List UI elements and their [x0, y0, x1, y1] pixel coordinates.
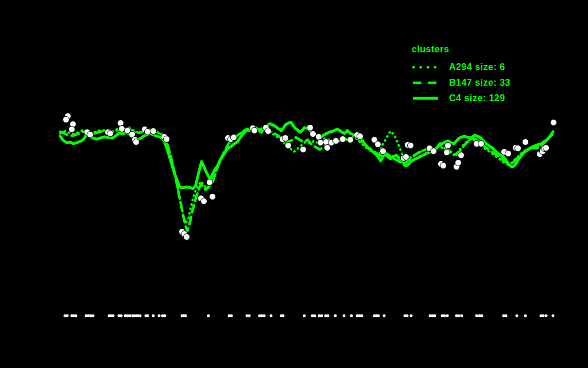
legend-item-a294: A294 size: 6: [412, 59, 510, 75]
observation-point: [445, 143, 451, 149]
observation-point: [347, 137, 354, 143]
observation-point: [380, 148, 386, 155]
observation-point: [283, 135, 289, 141]
rug-tick: [164, 315, 167, 317]
observation-point: [107, 131, 114, 137]
rug-tick: [542, 315, 545, 317]
observation-point: [119, 126, 125, 132]
rug-tick: [282, 315, 285, 317]
rug-tick: [475, 315, 478, 317]
rug-tick: [320, 315, 323, 317]
rug-tick: [248, 315, 251, 317]
observation-point: [458, 152, 465, 159]
observation-point: [440, 163, 447, 169]
observation-point: [431, 148, 437, 155]
observation-point: [403, 154, 409, 160]
rug-tick: [75, 315, 78, 317]
rug-tick: [461, 315, 463, 317]
observation-point: [210, 194, 216, 200]
observation-point: [300, 147, 307, 153]
rug-tick: [120, 315, 123, 317]
observation-point: [252, 128, 258, 134]
observation-point: [478, 141, 485, 147]
legend-item-b147: B147 size: 33: [412, 75, 510, 90]
observation-point: [118, 120, 124, 126]
observation-point: [523, 139, 529, 145]
rug-tick: [343, 315, 346, 317]
observation-point: [318, 140, 324, 146]
legend: clusters A294 size: 6 B147 size: 33 C4 s…: [412, 45, 510, 106]
observation-point: [408, 143, 414, 149]
observation-point: [164, 136, 170, 143]
observation-point: [69, 126, 75, 133]
legend-label-a294: A294 size: 6: [449, 63, 505, 72]
observation-point: [316, 134, 322, 140]
observation-point: [310, 131, 316, 137]
observation-point: [285, 143, 292, 149]
legend-item-c4: C4 size: 129: [412, 90, 510, 106]
observation-point: [505, 151, 512, 157]
observation-point: [444, 150, 450, 156]
observation-point: [357, 133, 363, 140]
rug-tick: [270, 315, 273, 317]
observation-point: [265, 128, 272, 135]
observation-point: [324, 145, 331, 151]
observation-point: [184, 234, 190, 240]
dashed-line-swatch: [412, 80, 439, 86]
rug-tick: [327, 315, 330, 317]
rug-tick: [410, 315, 413, 317]
observation-point: [551, 120, 557, 126]
rug-tick: [112, 315, 115, 317]
rug-tick: [545, 315, 548, 317]
observation-point: [87, 132, 94, 138]
rug-tick: [230, 315, 233, 317]
observation-point: [150, 128, 157, 135]
rug-tick: [334, 315, 337, 317]
observation-point: [63, 117, 69, 123]
rug-tick: [92, 315, 95, 317]
rug-tick: [303, 315, 306, 317]
rug-tick: [458, 315, 461, 317]
dotted-line-swatch: [412, 64, 439, 70]
rug-tick: [524, 315, 527, 317]
observation-point: [145, 129, 151, 135]
rug-tick: [383, 315, 386, 317]
rug-tick: [158, 315, 161, 317]
rug-tick: [129, 315, 131, 317]
observation-point: [543, 145, 550, 151]
chart-area: clusters A294 size: 6 B147 size: 33 C4 s…: [0, 0, 588, 368]
rug-tick: [361, 315, 363, 317]
legend-label-c4: C4 size: 129: [449, 94, 505, 103]
rug-tick: [314, 315, 316, 317]
rug-tick: [552, 315, 555, 317]
observation-point: [515, 145, 521, 152]
observation-point: [133, 139, 140, 145]
observation-point: [207, 179, 213, 186]
rug-tick: [377, 315, 380, 317]
legend-title: clusters: [412, 45, 510, 54]
observation-point: [333, 138, 339, 144]
rug-tick: [207, 315, 210, 317]
observation-point: [307, 125, 314, 131]
rug-tick: [263, 315, 266, 317]
rug-tick: [446, 315, 449, 317]
rug-tick: [443, 315, 446, 317]
observation-point: [340, 136, 346, 143]
legend-label-b147: B147 size: 33: [449, 78, 510, 87]
rug-tick: [481, 315, 483, 317]
rug-tick: [152, 315, 155, 317]
observation-point: [231, 135, 237, 141]
rug-tick: [184, 315, 187, 317]
rug-tick: [350, 315, 353, 317]
observation-point: [455, 160, 462, 166]
solid-line-swatch: [412, 95, 439, 101]
rug-tick: [406, 315, 409, 317]
rug-tick: [516, 315, 519, 317]
rug-tick: [146, 315, 149, 317]
observation-point: [201, 198, 207, 205]
rug-tick: [505, 315, 508, 317]
observation-point: [375, 141, 381, 148]
rug-tick: [434, 315, 436, 317]
rug-tick: [66, 315, 69, 317]
rug-tick: [139, 315, 142, 317]
